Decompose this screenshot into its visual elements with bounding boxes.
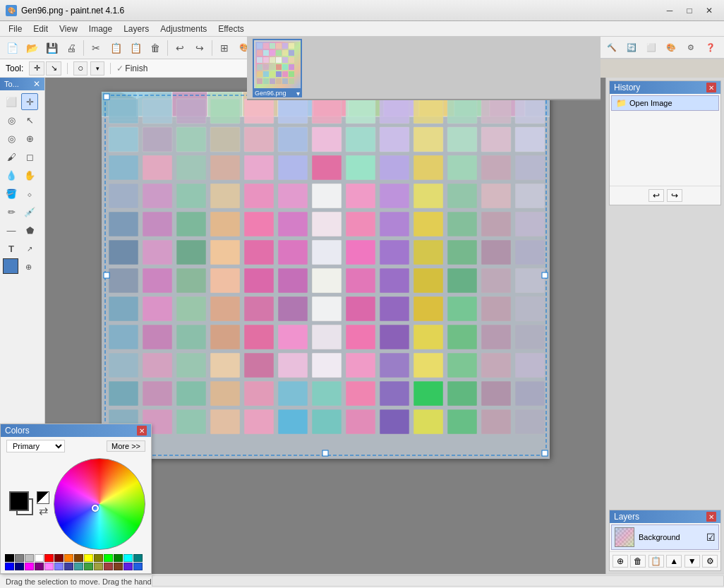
menu-file[interactable]: File <box>3 23 28 35</box>
shape-tool[interactable]: ⬟ <box>21 222 38 239</box>
move-tool[interactable]: ✛ <box>21 93 38 110</box>
image-tab-close[interactable]: ▾ <box>296 90 300 97</box>
history-redo-button[interactable]: ↪ <box>667 189 682 202</box>
palette-swatch[interactable] <box>25 563 34 570</box>
more-colors-button[interactable]: More >> <box>107 440 145 452</box>
toolbar-close[interactable]: ✕ <box>33 79 40 89</box>
dropdown-btn[interactable]: ▾ <box>90 61 104 76</box>
palette-swatch[interactable] <box>54 554 64 562</box>
layer-delete-button[interactable]: 🗑 <box>630 555 646 568</box>
paint-bucket-tool[interactable]: 🪣 <box>3 185 20 202</box>
reset-colors-button[interactable] <box>37 491 49 504</box>
recolor-tool[interactable]: ✋ <box>21 167 38 184</box>
horizontal-scrollbar[interactable] <box>152 575 724 587</box>
rectangle-select-tool[interactable]: ⬜ <box>3 93 20 110</box>
menu-layers[interactable]: Layers <box>118 23 155 35</box>
palette-swatch[interactable] <box>84 563 93 570</box>
layer-add-button[interactable]: ⊕ <box>613 555 628 568</box>
layer-item[interactable]: Background ☑ <box>611 524 719 550</box>
menu-view[interactable]: View <box>54 23 83 35</box>
print-button[interactable]: 🖨 <box>62 39 80 57</box>
palette-swatch[interactable] <box>35 554 44 562</box>
history-button[interactable]: 🔄 <box>622 38 641 56</box>
palette-swatch[interactable] <box>133 563 143 570</box>
color2-swatch[interactable]: ⊕ <box>20 258 37 275</box>
finish-button[interactable]: Finish <box>125 64 147 73</box>
close-button[interactable]: ✕ <box>700 3 718 18</box>
zoom-tool[interactable]: ⊕ <box>21 130 38 147</box>
history-undo-button[interactable]: ↩ <box>648 189 664 202</box>
paste-button[interactable]: 📋 <box>126 39 145 57</box>
palette-swatch[interactable] <box>15 563 24 570</box>
tools-button[interactable]: 🔨 <box>603 38 621 56</box>
primary-color-swatch[interactable] <box>9 491 29 511</box>
color-wheel-container[interactable] <box>54 458 145 550</box>
color-wheel[interactable] <box>54 458 145 550</box>
palette-swatch[interactable] <box>35 563 44 570</box>
grid-button[interactable]: ⊞ <box>215 39 234 57</box>
palette-swatch[interactable] <box>94 563 103 570</box>
paintbrush-tool[interactable]: 🖌 <box>3 148 20 165</box>
colors-close-button[interactable]: ✕ <box>137 426 147 436</box>
palette-swatch[interactable] <box>133 554 143 562</box>
help-button[interactable]: ❓ <box>701 38 720 56</box>
menu-effects[interactable]: Effects <box>212 23 249 35</box>
history-close-button[interactable]: ✕ <box>706 83 716 92</box>
line-tool[interactable]: — <box>3 222 20 239</box>
image-thumbnail[interactable] <box>253 39 302 90</box>
open-button[interactable]: 📂 <box>23 39 41 57</box>
cut-button[interactable]: ✂ <box>87 39 105 57</box>
layers-button-top[interactable]: ⬜ <box>642 38 660 56</box>
menu-image[interactable]: Image <box>83 23 118 35</box>
palette-swatch[interactable] <box>123 554 133 562</box>
palette-swatch[interactable] <box>84 554 93 562</box>
layer-visible-icon[interactable]: ☑ <box>706 532 716 543</box>
layer-duplicate-button[interactable]: 📋 <box>648 555 664 568</box>
palette-swatch[interactable] <box>74 563 83 570</box>
palette-swatch[interactable] <box>44 554 54 562</box>
palette-swatch[interactable] <box>104 554 113 562</box>
palette-swatch[interactable] <box>64 554 73 562</box>
redo-button[interactable]: ↪ <box>191 39 209 57</box>
save-button[interactable]: 💾 <box>42 39 61 57</box>
clone-stamp-tool[interactable]: 💧 <box>3 167 20 184</box>
layers-close-button[interactable]: ✕ <box>706 512 716 522</box>
history-item[interactable]: 📁 Open Image <box>611 95 719 111</box>
color-picker-tool[interactable]: 💉 <box>21 203 38 220</box>
tool-arrow-btn[interactable]: ✛ <box>29 61 44 76</box>
menu-edit[interactable]: Edit <box>28 23 54 35</box>
palette-swatch[interactable] <box>64 563 73 570</box>
palette-swatch[interactable] <box>5 563 14 570</box>
palette-swatch[interactable] <box>44 563 54 570</box>
swap-colors-button[interactable]: ⇄ <box>37 505 49 517</box>
colors-button-top[interactable]: 🎨 <box>662 38 680 56</box>
text-tool[interactable]: T <box>3 240 20 257</box>
palette-swatch[interactable] <box>94 554 103 562</box>
color-mode-select[interactable]: Primary Secondary <box>6 440 65 452</box>
color1-swatch[interactable] <box>3 258 18 274</box>
eraser-tool[interactable]: ◻ <box>21 148 38 165</box>
palette-swatch[interactable] <box>54 563 64 570</box>
undo-button[interactable]: ↩ <box>171 39 189 57</box>
menu-adjustments[interactable]: Adjustments <box>155 23 212 35</box>
palette-swatch[interactable] <box>25 554 34 562</box>
palette-swatch[interactable] <box>123 563 133 570</box>
palette-swatch[interactable] <box>5 554 14 562</box>
palette-swatch[interactable] <box>104 563 113 570</box>
pencil-tool[interactable]: ✏ <box>3 203 20 220</box>
layer-down-button[interactable]: ▼ <box>684 555 700 568</box>
maximize-button[interactable]: □ <box>680 3 699 18</box>
move-selection-tool[interactable]: ↖ <box>21 112 38 128</box>
new-button[interactable]: 📄 <box>3 39 21 57</box>
layer-up-button[interactable]: ▲ <box>666 555 682 568</box>
settings-button[interactable]: ⚙ <box>682 38 700 56</box>
tool-select-btn[interactable]: ↘ <box>46 61 61 76</box>
lasso-tool[interactable]: ◎ <box>3 112 20 128</box>
palette-swatch[interactable] <box>114 563 123 570</box>
copy-button[interactable]: 📋 <box>107 39 125 57</box>
gradient-tool[interactable]: ⬦ <box>21 185 38 202</box>
minimize-button[interactable]: ─ <box>660 3 679 18</box>
layer-properties-button[interactable]: ⚙ <box>702 555 718 568</box>
delete-button[interactable]: 🗑 <box>146 39 164 57</box>
palette-swatch[interactable] <box>15 554 24 562</box>
